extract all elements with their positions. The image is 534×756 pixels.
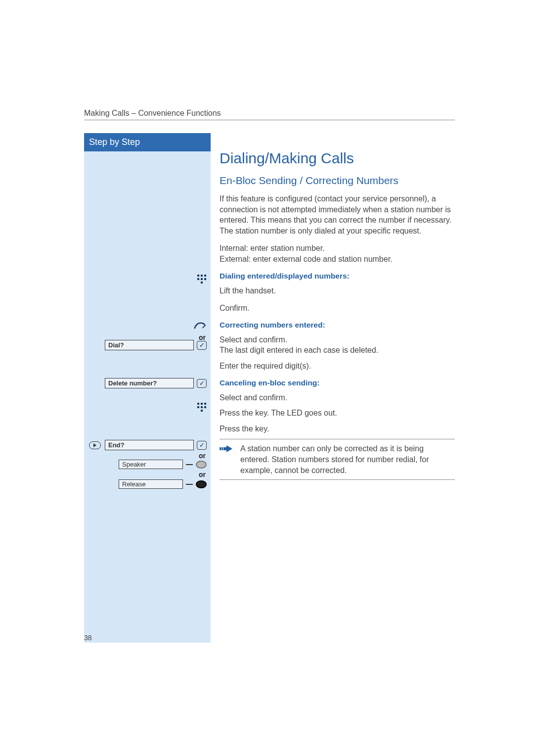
- or-label: or: [88, 471, 207, 478]
- confirm-text: Confirm.: [220, 303, 455, 314]
- key-connector: [186, 484, 193, 485]
- select-confirm2-text: Select and confirm.: [220, 392, 455, 403]
- or-label: or: [82, 452, 207, 460]
- handset-lift-icon: [194, 321, 207, 330]
- svg-rect-16: [223, 447, 226, 450]
- internal-external-text: Internal: enter station number. External…: [220, 243, 455, 264]
- svg-marker-17: [226, 445, 232, 452]
- step-sidebar: Step by Step or: [84, 133, 211, 643]
- press-key-text: Press the key.: [220, 424, 455, 434]
- lift-handset-text: Lift the handset.: [220, 285, 455, 296]
- speaker-key-row: Speaker: [88, 460, 207, 469]
- delete-display: Delete number?: [105, 378, 194, 388]
- main-content: Dialing/Making Calls En-Bloc Sending / C…: [220, 133, 455, 643]
- dial-display: Dial?: [105, 340, 194, 350]
- release-key: Release: [119, 479, 183, 489]
- end-display: End?: [105, 440, 194, 450]
- subhead-canceling: Canceling en-bloc sending:: [220, 378, 455, 387]
- svg-rect-3: [197, 278, 199, 280]
- svg-rect-6: [201, 282, 203, 284]
- key-connector: [186, 464, 193, 465]
- svg-rect-10: [197, 406, 199, 408]
- svg-rect-8: [201, 403, 203, 405]
- note-box: A station number can only be corrected a…: [220, 439, 455, 480]
- sidebar-title: Step by Step: [84, 133, 211, 151]
- svg-rect-2: [204, 275, 206, 277]
- subhead-dialing: Dialing entered/displayed numbers:: [220, 272, 455, 281]
- press-led-text: Press the key. The LED goes out.: [220, 408, 455, 419]
- select-confirm-text: Select and confirm. The last digit enter…: [220, 334, 455, 356]
- end-option-row: End? ✓: [82, 440, 207, 450]
- running-header: Making Calls – Convenience Functions: [84, 109, 455, 120]
- page-title: Dialing/Making Calls: [220, 150, 455, 167]
- svg-rect-1: [201, 275, 203, 277]
- keypad-icon: [197, 274, 207, 284]
- dial-option-row: Dial? ✓: [88, 340, 207, 350]
- led-on-icon: [196, 480, 207, 488]
- led-off-icon: [196, 461, 207, 469]
- svg-rect-12: [204, 406, 206, 408]
- speaker-key: Speaker: [119, 460, 183, 469]
- release-key-row: Release: [88, 479, 207, 489]
- keypad-icon: [197, 402, 207, 412]
- note-arrow-icon: [220, 443, 234, 475]
- section-title: En-Bloc Sending / Correcting Numbers: [220, 175, 455, 187]
- svg-rect-14: [220, 447, 221, 450]
- svg-rect-0: [197, 275, 199, 277]
- confirm-check-icon: ✓: [197, 379, 207, 388]
- note-text: A station number can only be corrected a…: [240, 443, 455, 475]
- confirm-check-icon: ✓: [197, 441, 207, 450]
- scroll-right-icon: [89, 441, 101, 449]
- svg-rect-5: [204, 278, 206, 280]
- svg-rect-4: [201, 278, 203, 280]
- enter-digits-text: Enter the required digit(s).: [220, 361, 455, 372]
- subhead-correcting: Correcting numbers entered:: [220, 321, 455, 330]
- svg-rect-15: [222, 447, 223, 450]
- two-column-layout: Step by Step or: [84, 133, 455, 643]
- intro-paragraph: If this feature is configured (contact y…: [220, 193, 455, 236]
- delete-option-row: Delete number? ✓: [88, 378, 207, 388]
- svg-rect-13: [201, 410, 203, 412]
- page-number: 38: [84, 634, 92, 642]
- svg-rect-7: [197, 403, 199, 405]
- svg-rect-9: [204, 403, 206, 405]
- confirm-check-icon: ✓: [197, 341, 207, 350]
- svg-rect-11: [201, 406, 203, 408]
